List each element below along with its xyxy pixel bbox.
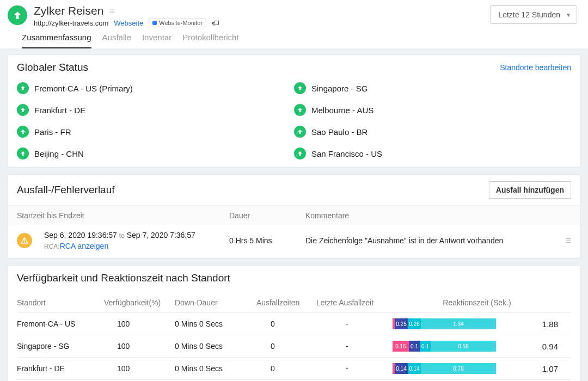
cell-rt-total: 0.94	[529, 342, 561, 351]
global-status-title: Globaler Status	[17, 62, 88, 73]
status-up-icon	[17, 126, 29, 138]
col-location: Standort	[17, 298, 104, 307]
status-up-icon	[17, 148, 29, 159]
tag-icon[interactable]: 🏷	[212, 19, 219, 27]
outage-title: Ausfall-/Fehlerverlauf	[17, 184, 115, 196]
monitor-type-badge: Website-Monitor	[149, 19, 206, 27]
location-item[interactable]: Sao Paulo - BR	[294, 126, 571, 138]
tab-inventory[interactable]: Inventar	[142, 33, 171, 48]
tab-log-report[interactable]: Protokollbericht	[182, 33, 238, 48]
location-item[interactable]: Melbourne - AUS	[294, 104, 571, 116]
table-row: Frankfurt - DE1000 Mins 0 Secs0-0.140.14…	[17, 357, 571, 379]
response-time-bar: 0.160.10.10.58	[393, 341, 496, 352]
location-name: Singapore - SG	[311, 84, 367, 93]
add-outage-button[interactable]: Ausfall hinzufügen	[489, 181, 571, 199]
status-up-icon	[294, 104, 306, 116]
response-time-bar: 0.250.261.34	[393, 318, 496, 329]
status-up-icon	[294, 148, 306, 159]
location-name: Fremont-CA - US (Primary)	[34, 84, 133, 93]
availability-title: Verfügbarkeit und Reaktionszeit nach Sta…	[17, 272, 571, 284]
status-up-icon	[294, 126, 306, 138]
cell-location: Fremont-CA - US	[17, 319, 104, 328]
response-time-bar: 0.140.140.78	[393, 363, 496, 374]
cell-availability: 100	[104, 364, 175, 373]
cell-location: Frankfurt - DE	[17, 364, 104, 373]
status-up-icon	[17, 104, 29, 116]
location-item[interactable]: Frankfurt - DE	[17, 104, 294, 116]
website-link[interactable]: Webseite	[114, 19, 143, 27]
cell-rt-total: 1.07	[529, 364, 561, 373]
location-name: San Francisco - US	[311, 149, 382, 158]
cell-availability: 100	[104, 319, 175, 328]
monitor-url: http://zylker-travels.com	[34, 19, 108, 27]
cell-rt-total: 1.88	[529, 319, 561, 329]
col-availability: Verfügbarkeit(%)	[104, 298, 175, 307]
status-up-icon	[8, 5, 27, 25]
global-status-card: Globaler Status Standorte bearbeiten Fre…	[8, 54, 580, 168]
col-comments: Kommentare	[305, 211, 571, 220]
location-name: Sao Paulo - BR	[311, 127, 367, 137]
status-up-icon	[294, 82, 306, 94]
location-item[interactable]: San Francisco - US	[294, 148, 571, 159]
location-name: Melbourne - AUS	[311, 106, 373, 115]
cell-last: -	[316, 364, 393, 373]
location-item[interactable]: Singapore - SG	[294, 82, 571, 94]
tabs: Zusammenfassung Ausfälle Inventar Protok…	[0, 27, 588, 49]
location-name: Paris - FR	[34, 127, 71, 137]
availability-card: Verfügbarkeit und Reaktionszeit nach Sta…	[8, 265, 580, 381]
time-period-select[interactable]: Letzte 12 Stunden ▼	[490, 5, 577, 24]
cell-down: 0 Mins 0 Secs	[175, 364, 256, 373]
svg-point-1	[24, 242, 25, 243]
col-last-outage: Letzte Ausfallzeit	[316, 298, 393, 307]
table-row: Fremont-CA - US1000 Mins 0 Secs0-0.250.2…	[17, 312, 571, 335]
cell-down: 0 Mins 0 Secs	[175, 342, 256, 351]
col-outage-count: Ausfallzeiten	[256, 298, 316, 307]
cell-availability: 100	[104, 342, 175, 351]
cell-last: -	[316, 342, 393, 351]
location-item[interactable]: Beijing - CHN	[17, 148, 294, 159]
location-item[interactable]: Fremont-CA - US (Primary)	[17, 82, 294, 94]
status-up-icon	[17, 82, 29, 94]
warning-icon	[17, 233, 32, 248]
cell-last: -	[316, 319, 393, 328]
table-row: Singapore - SG1000 Mins 0 Secs0-0.160.10…	[17, 335, 571, 357]
outage-row-menu-icon[interactable]: ≡	[555, 235, 571, 247]
col-duration: Dauer	[229, 211, 305, 220]
location-name: Frankfurt - DE	[34, 106, 85, 115]
col-time: Startzeit bis Endzeit	[17, 211, 229, 220]
tab-outages[interactable]: Ausfälle	[102, 33, 131, 48]
page-title: Zylker Reisen	[34, 4, 103, 17]
tab-summary[interactable]: Zusammenfassung	[22, 33, 91, 48]
location-item[interactable]: Paris - FR	[17, 126, 294, 138]
edit-locations-link[interactable]: Standorte bearbeiten	[500, 63, 571, 72]
col-response-time: Reaktionszeit (Sek.)	[393, 298, 561, 307]
col-down-duration: Down-Dauer	[175, 298, 256, 307]
outage-time: Sep 6, 2020 19:36:57 to Sep 7, 2020 7:36…	[44, 231, 229, 239]
location-name: Beijing - CHN	[34, 149, 84, 158]
cell-down: 0 Mins 0 Secs	[175, 319, 256, 328]
outage-duration: 0 Hrs 5 Mins	[229, 236, 305, 245]
menu-icon[interactable]: ≡	[109, 5, 115, 17]
cell-location: Singapore - SG	[17, 342, 104, 351]
cell-outages: 0	[256, 319, 316, 328]
outage-rca: RCA:RCA anzeigen	[44, 242, 229, 250]
cell-outages: 0	[256, 342, 316, 351]
chevron-down-icon: ▼	[566, 12, 571, 18]
outage-history-card: Ausfall-/Fehlerverlauf Ausfall hinzufüge…	[8, 174, 580, 259]
cell-outages: 0	[256, 364, 316, 373]
rca-link[interactable]: RCA anzeigen	[60, 242, 109, 250]
outage-comment: Die Zeichenfolge "Ausnahme" ist in der A…	[305, 236, 555, 245]
